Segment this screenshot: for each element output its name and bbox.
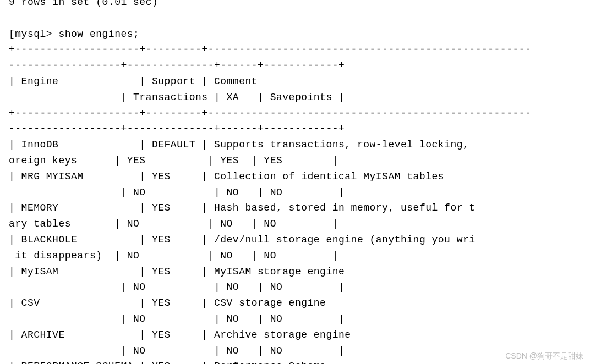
terminal-line: ary tables | NO | NO | NO | [9,218,338,229]
terminal-line: | ARCHIVE | YES | Archive storage engine [9,329,351,340]
terminal-line: | BLACKHOLE | YES | /dev/null storage en… [9,234,476,245]
terminal-line: | MRG_MYISAM | YES | Collection of ident… [9,171,444,182]
terminal-line: | NO | NO | NO | [9,345,345,356]
terminal-line: 9 rows in set (0.01 sec) [9,0,158,8]
terminal-line: | Engine | Support | Comment [9,76,258,87]
terminal-line: +--------------------+---------+--------… [9,44,531,55]
watermark: CSDN @狗哥不是甜妹 [505,350,583,362]
terminal-line: | MyISAM | YES | MyISAM storage engine [9,266,345,277]
terminal-line: ------------------+--------------+------… [9,123,345,134]
terminal-line: it disappears) | NO | NO | NO | [9,250,338,261]
terminal-line: | CSV | YES | CSV storage engine [9,297,326,308]
terminal-line: oreign keys | YES | YES | YES | [9,155,338,166]
terminal-line: | PERFORMANCE_SCHEMA | YES | Performance… [9,361,326,364]
terminal-line: | NO | NO | NO | [9,282,345,293]
terminal-prompt-line: [mysql> show engines; [9,29,139,40]
terminal-line: | MEMORY | YES | Hash based, stored in m… [9,202,476,213]
terminal-line: ------------------+--------------+------… [9,60,345,71]
terminal-line: +--------------------+---------+--------… [9,108,531,119]
terminal-line: | NO | NO | NO | [9,313,345,324]
terminal-output: 9 rows in set (0.01 sec) [mysql> show en… [0,0,590,364]
terminal-line: | NO | NO | NO | [9,187,345,198]
terminal-line: | InnoDB | DEFAULT | Supports transactio… [9,139,476,150]
terminal-line: | Transactions | XA | Savepoints | [9,92,345,103]
